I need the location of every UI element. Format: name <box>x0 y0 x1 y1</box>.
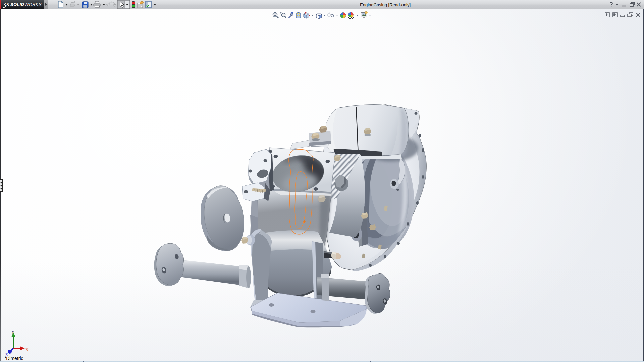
svg-text:SOLID: SOLID <box>10 2 24 7</box>
svg-text:Ʒ: Ʒ <box>3 2 6 8</box>
svg-text:WORKS: WORKS <box>24 2 42 7</box>
svg-text:X: X <box>25 347 29 352</box>
svg-text:S: S <box>6 2 9 7</box>
